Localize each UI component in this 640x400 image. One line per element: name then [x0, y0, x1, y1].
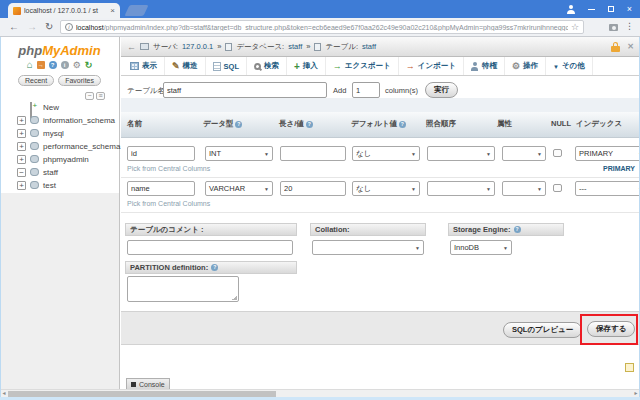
collapse-icon[interactable]: −: [17, 168, 26, 177]
tab-more[interactable]: その他: [546, 57, 593, 75]
central-columns-link[interactable]: Pick from Central Columns: [127, 165, 210, 172]
expand-icon[interactable]: +: [17, 142, 26, 151]
tab-browse[interactable]: 表示: [123, 57, 165, 75]
sidebar-item-test[interactable]: +test: [0, 179, 119, 192]
row2-length-input[interactable]: [280, 181, 346, 196]
reload-icon[interactable]: ↻: [45, 21, 53, 33]
sql-preview-button[interactable]: SQLのプレビュー: [503, 322, 582, 338]
sidebar-item-phpmyadmin[interactable]: +phpmyadmin: [0, 153, 119, 166]
console-tab[interactable]: Console: [126, 378, 170, 389]
tab-export[interactable]: エクスポート: [326, 57, 399, 75]
row2-null_checked-checkbox[interactable]: [553, 184, 562, 192]
expand-icon[interactable]: +: [17, 129, 26, 138]
help-icon[interactable]: ?: [235, 121, 242, 128]
browser-menu-icon[interactable]: ⋮: [625, 21, 634, 31]
favorites-button[interactable]: Favorites: [58, 75, 101, 86]
add-label: Add: [333, 86, 346, 95]
panel-close-icon[interactable]: ✕: [627, 42, 634, 51]
column-header-label: インデックス: [576, 119, 622, 129]
tab-structure[interactable]: 構造: [165, 57, 206, 75]
reload-nav-icon[interactable]: ↻: [85, 61, 93, 69]
help-icon[interactable]: ?: [211, 264, 218, 271]
row1-name-input[interactable]: [127, 146, 195, 161]
bookmark-star-icon[interactable]: ☆: [571, 22, 579, 32]
index-primary-link[interactable]: PRIMARY: [575, 165, 635, 172]
maximize-icon[interactable]: [608, 6, 614, 12]
breadcrumb-table-link[interactable]: staff: [362, 42, 376, 51]
extension-camera-icon[interactable]: [609, 24, 618, 31]
storage-engine-select[interactable]: InnoDB▼: [450, 240, 512, 255]
row2-index-select[interactable]: ---▼: [575, 181, 640, 196]
row2-collation-select[interactable]: ▼: [427, 181, 495, 196]
collation-label: Collation:: [315, 225, 350, 234]
pma-logo[interactable]: phpMyAdmin: [0, 43, 119, 58]
horizontal-scrollbar[interactable]: ◄ ►: [0, 389, 640, 397]
breadcrumb-db-link[interactable]: staff: [288, 42, 302, 51]
tab-more-label: その他: [562, 61, 585, 71]
pma-docs-icon[interactable]: ?: [49, 61, 57, 69]
row2-default-select[interactable]: なし▼: [352, 181, 420, 196]
sidebar-item-information_schema[interactable]: +information_schema: [0, 114, 119, 127]
row2-attributes-select[interactable]: ▼: [502, 181, 546, 196]
tab-insert[interactable]: 挿入: [287, 57, 326, 75]
row1-null_checked-checkbox[interactable]: [553, 149, 562, 157]
sidebar-item-staff[interactable]: −staff: [0, 166, 119, 179]
row1-collation-select[interactable]: ▼: [427, 146, 495, 161]
browser-tab[interactable]: localhost / 127.0.0.1 / st ×: [8, 3, 120, 18]
scroll-left-icon[interactable]: ◄: [0, 390, 8, 397]
row1-type-select[interactable]: INT▼: [205, 146, 273, 161]
mysql-docs-icon[interactable]: i: [61, 61, 69, 69]
tab-sql[interactable]: SQL: [206, 57, 247, 75]
row1-length-input[interactable]: [280, 146, 346, 161]
logo-php-text: php: [18, 43, 42, 58]
logout-icon[interactable]: →: [37, 61, 45, 69]
tab-operations[interactable]: 操作: [505, 57, 546, 75]
partition-textarea[interactable]: [127, 276, 239, 302]
forward-icon[interactable]: →: [27, 21, 37, 33]
unlink-panel-icon[interactable]: ≡: [96, 92, 105, 100]
breadcrumb-server-link[interactable]: 127.0.0.1: [182, 42, 213, 51]
phpmyadmin-favicon: [13, 7, 21, 15]
page-info-icon[interactable]: i: [65, 23, 73, 31]
home-icon[interactable]: ⌂: [27, 61, 33, 69]
central-columns-link[interactable]: Pick from Central Columns: [127, 200, 210, 207]
minimize-icon[interactable]: [588, 9, 595, 10]
row1-default-select[interactable]: なし▼: [352, 146, 420, 161]
column-header-2: データ型?: [203, 119, 242, 129]
table-comment-input[interactable]: [127, 240, 293, 255]
collation-select[interactable]: ▼: [312, 240, 424, 255]
sidebar-item-mysql[interactable]: +mysql: [0, 127, 119, 140]
breadcrumb-back-icon[interactable]: ←: [127, 42, 136, 52]
tab-close-icon[interactable]: ×: [110, 6, 115, 15]
help-icon[interactable]: ?: [306, 121, 313, 128]
table-name-input[interactable]: [163, 82, 327, 98]
expand-icon[interactable]: +: [17, 181, 26, 190]
row2-name-input[interactable]: [127, 181, 195, 196]
tab-import[interactable]: インポート: [399, 57, 464, 75]
expand-icon[interactable]: +: [17, 155, 26, 164]
url-text: localhost/phpmyadmin/index.php?db=staff&…: [76, 24, 568, 31]
row1-attributes-select[interactable]: ▼: [502, 146, 546, 161]
save-button[interactable]: 保存する: [587, 321, 635, 337]
sidebar-item-label: mysql: [43, 129, 64, 138]
help-icon[interactable]: ?: [514, 226, 521, 233]
row1-index-select[interactable]: PRIMARY▼: [575, 146, 640, 161]
back-icon[interactable]: ←: [9, 21, 19, 33]
sidebar-item-performance_schema[interactable]: +performance_schema: [0, 140, 119, 153]
page-settings-icon[interactable]: [625, 363, 634, 372]
expand-icon[interactable]: +: [17, 116, 26, 125]
add-columns-input[interactable]: [352, 82, 380, 98]
new-tab-button[interactable]: [124, 5, 148, 16]
go-button[interactable]: 実行: [425, 82, 458, 98]
collapse-all-icon[interactable]: −: [85, 92, 94, 100]
recent-button[interactable]: Recent: [18, 75, 54, 86]
tab-privileges[interactable]: 特権: [464, 57, 505, 75]
close-icon[interactable]: ×: [627, 5, 632, 14]
row2-type-select[interactable]: VARCHAR▼: [205, 181, 273, 196]
tab-search[interactable]: 検索: [247, 57, 287, 75]
address-bar[interactable]: i localhost/phpmyadmin/index.php?db=staf…: [60, 20, 584, 34]
help-icon[interactable]: ?: [399, 121, 406, 128]
sidebar-item-New[interactable]: New: [0, 101, 119, 114]
profile-icon[interactable]: [567, 10, 575, 14]
settings-gear-icon[interactable]: ⚙: [73, 61, 81, 69]
